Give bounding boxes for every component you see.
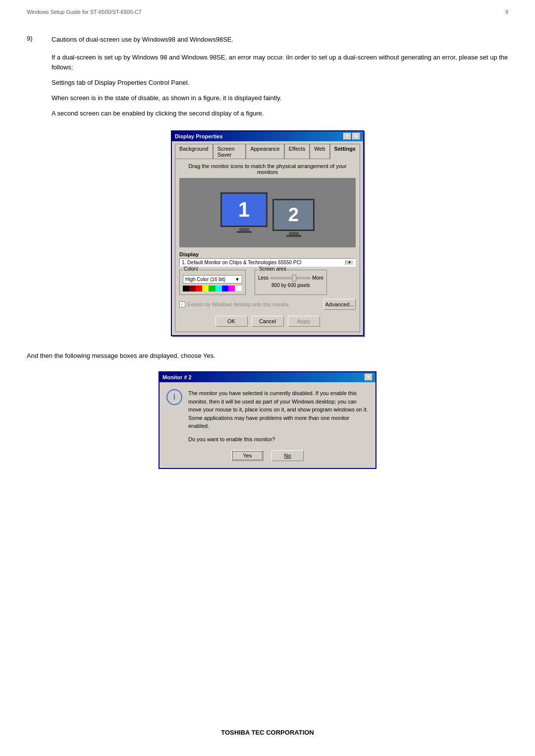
extend-checkbox-label[interactable]: ✓ Extend my Windows desktop onto this mo…	[179, 301, 290, 307]
monitor-dialog-screenshot: Monitor # 2 ✕ i The monitor you have sel…	[27, 371, 508, 469]
monitor-dialog-titlebar: Monitor # 2 ✕	[160, 372, 375, 382]
section-title: Cautions of dual-screen use by Windows98…	[52, 35, 233, 45]
extend-row: ✓ Extend my Windows desktop onto this mo…	[179, 299, 356, 310]
titlebar-buttons: ? ✕	[343, 133, 360, 140]
monitor-area: 1 2	[179, 178, 356, 247]
monitor-dialog-body: i The monitor you have selected is curre…	[160, 382, 375, 468]
monitor-dialog-title: Monitor # 2	[162, 374, 192, 380]
colors-groupbox: Colors High Color (16 bit) ▼	[179, 270, 246, 295]
color-seg-3	[202, 286, 209, 291]
color-bar	[183, 286, 242, 291]
resolution-label: 800 by 600 pixels	[258, 283, 323, 288]
between-text: And then the following message boxes are…	[27, 351, 508, 361]
page-footer: TOSHIBA TEC CORPORATION	[0, 729, 535, 736]
color-seg-2	[196, 286, 202, 291]
tab-screensaver[interactable]: Screen Saver	[213, 144, 246, 159]
screen-area-legend: Screen area	[258, 266, 287, 272]
monitor-2-dialog: Monitor # 2 ✕ i The monitor you have sel…	[159, 371, 376, 469]
color-seg-7	[228, 286, 235, 291]
page-number: 9	[505, 9, 508, 15]
monitor-1-icon[interactable]: 1	[220, 192, 268, 233]
info-icon: i	[166, 389, 182, 405]
colors-dropdown[interactable]: High Color (16 bit) ▼	[183, 275, 242, 284]
tab-web[interactable]: Web	[310, 144, 329, 159]
colors-legend: Colors	[183, 266, 199, 272]
cancel-button[interactable]: Cancel	[252, 316, 284, 327]
monitor-dialog-buttons: Yes No	[166, 450, 369, 461]
display-properties-titlebar: Display Properties ? ✕	[172, 131, 363, 141]
para2: Settings tab of Display Properties Contr…	[52, 78, 508, 88]
tab-content: Drag the monitor icons to match the phys…	[175, 159, 360, 332]
color-seg-1	[189, 286, 196, 291]
close-button[interactable]: ✕	[352, 133, 360, 140]
settings-bottom-row: Colors High Color (16 bit) ▼	[179, 270, 356, 295]
more-label: More	[312, 275, 323, 281]
tab-effects[interactable]: Effects	[284, 144, 310, 159]
display-properties-screenshot: Display Properties ? ✕ Background Screen…	[27, 130, 508, 336]
apply-button[interactable]: Apply	[288, 316, 320, 327]
display-dropdown[interactable]: 1. Default Monitor on Chips & Technologi…	[179, 258, 356, 267]
monitor-2-label: 2	[288, 204, 299, 226]
monitor-2-base	[286, 235, 301, 237]
para3: When screen is in the state of disable, …	[52, 93, 508, 104]
color-seg-4	[209, 286, 215, 291]
display-label: Display	[179, 251, 356, 257]
monitor-message: The monitor you have selected is current…	[188, 389, 369, 430]
no-button[interactable]: No	[271, 450, 304, 461]
color-seg-5	[215, 286, 222, 291]
color-seg-8	[235, 286, 242, 291]
tab-settings[interactable]: Settings	[330, 144, 360, 159]
help-button[interactable]: ?	[343, 133, 351, 140]
less-label: Less	[258, 275, 268, 281]
ok-button[interactable]: OK	[215, 316, 248, 327]
para1: If a dual-screen is set up by Windows 98…	[52, 53, 508, 73]
monitor-1-base	[237, 231, 252, 233]
yes-button[interactable]: Yes	[231, 450, 264, 461]
monitor-1-screen: 1	[220, 192, 268, 227]
advanced-button[interactable]: Advanced...	[323, 299, 356, 310]
monitor-2-icon[interactable]: 2	[272, 199, 315, 237]
footer-text: TOSHIBA TEC CORPORATION	[221, 729, 314, 736]
slider-thumb[interactable]	[292, 275, 296, 282]
extend-checkbox[interactable]: ✓	[179, 301, 185, 307]
dialog-action-buttons: OK Cancel Apply	[179, 314, 356, 328]
monitor-dialog-close[interactable]: ✕	[365, 374, 373, 381]
monitor-dialog-text-block: The monitor you have selected is current…	[188, 389, 369, 443]
monitor-question: Do you want to enable this monitor?	[188, 435, 369, 444]
tabs-bar: Background Screen Saver Appearance Effec…	[175, 143, 360, 159]
section-9: 9) Cautions of dual-screen use by Window…	[27, 35, 508, 45]
tab-background[interactable]: Background	[175, 144, 213, 159]
slider-track[interactable]	[270, 277, 310, 279]
drag-instruction: Drag the monitor icons to match the phys…	[179, 163, 356, 175]
color-seg-0	[183, 286, 189, 291]
color-seg-6	[222, 286, 228, 291]
monitor-1-label: 1	[238, 198, 250, 222]
monitor-2-screen: 2	[272, 199, 315, 231]
dialog-title: Display Properties	[175, 133, 223, 139]
colors-value: High Color (16 bit)	[185, 277, 225, 282]
colors-arrow-icon: ▼	[235, 277, 240, 282]
monitor-dialog-content: i The monitor you have selected is curre…	[166, 389, 369, 443]
tab-appearance[interactable]: Appearance	[246, 144, 284, 159]
dialog-body: Background Screen Saver Appearance Effec…	[172, 141, 363, 335]
section-number: 9)	[27, 35, 42, 45]
display-properties-dialog: Display Properties ? ✕ Background Screen…	[171, 130, 364, 336]
display-value: 1. Default Monitor on Chips & Technologi…	[182, 260, 302, 265]
header-left: Windows Setup Guide for ST-6500/ST-6500-…	[27, 9, 142, 15]
para4: A second screen can be enabled by clicki…	[52, 109, 508, 119]
extend-text: Extend my Windows desktop onto this moni…	[187, 302, 290, 307]
dropdown-arrow-icon: ▼	[345, 260, 353, 265]
screen-area-groupbox: Screen area Less More 800 by 600 pixels	[255, 270, 327, 295]
slider-row: Less More	[258, 275, 323, 281]
